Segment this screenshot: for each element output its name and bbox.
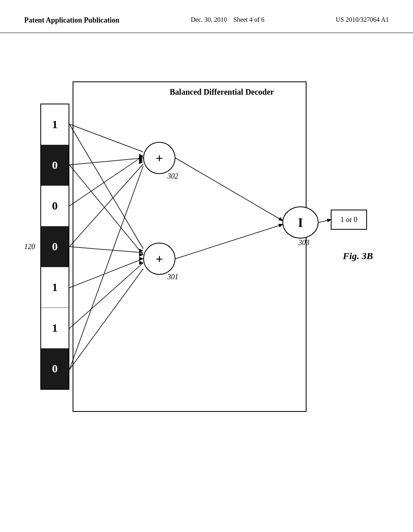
header-date-sheet: Dec. 30, 2010 Sheet 4 of 6 xyxy=(191,16,265,23)
xor-circle-302: + xyxy=(143,142,175,174)
label-302: 302 xyxy=(167,172,178,181)
label-301: 301 xyxy=(167,273,178,281)
xor-symbol-302: + xyxy=(156,151,163,166)
page-header: Patent Application Publication Dec. 30, … xyxy=(0,0,413,33)
bit-strip: 1 0 0 0 1 1 0 xyxy=(40,104,69,390)
label-303: 303 xyxy=(298,239,309,247)
header-date: Dec. 30, 2010 xyxy=(191,16,227,23)
bit-cell-4: 0 xyxy=(41,227,69,267)
diagram-area: Balanced Differential Decoder 1 0 0 0 1 … xyxy=(0,33,413,525)
header-sheet: Sheet 4 of 6 xyxy=(234,16,265,23)
output-box: 1 or 0 xyxy=(331,210,367,230)
header-publication-type: Patent Application Publication xyxy=(24,16,119,25)
comparator-circle-303: I xyxy=(282,206,319,239)
bit-cell-5: 1 xyxy=(41,267,69,308)
comparator-symbol-303: I xyxy=(298,215,303,230)
outer-border-box xyxy=(73,81,307,412)
diagram-title: Balanced Differential Decoder xyxy=(157,87,286,97)
bit-cell-2: 0 xyxy=(41,145,69,186)
xor-circle-301: + xyxy=(143,243,175,275)
figure-label: Fig. 3B xyxy=(343,251,373,262)
bit-cell-6: 1 xyxy=(41,308,69,349)
xor-symbol-301: + xyxy=(156,251,163,266)
bit-cell-1: 1 xyxy=(41,104,69,145)
svg-line-9 xyxy=(319,220,331,222)
output-text: 1 or 0 xyxy=(340,216,357,224)
strip-label: 120 xyxy=(24,243,35,251)
bit-cell-3: 0 xyxy=(41,186,69,227)
header-patent-number: US 2010/327064 A1 xyxy=(336,16,389,23)
bit-cell-7: 0 xyxy=(41,349,69,389)
